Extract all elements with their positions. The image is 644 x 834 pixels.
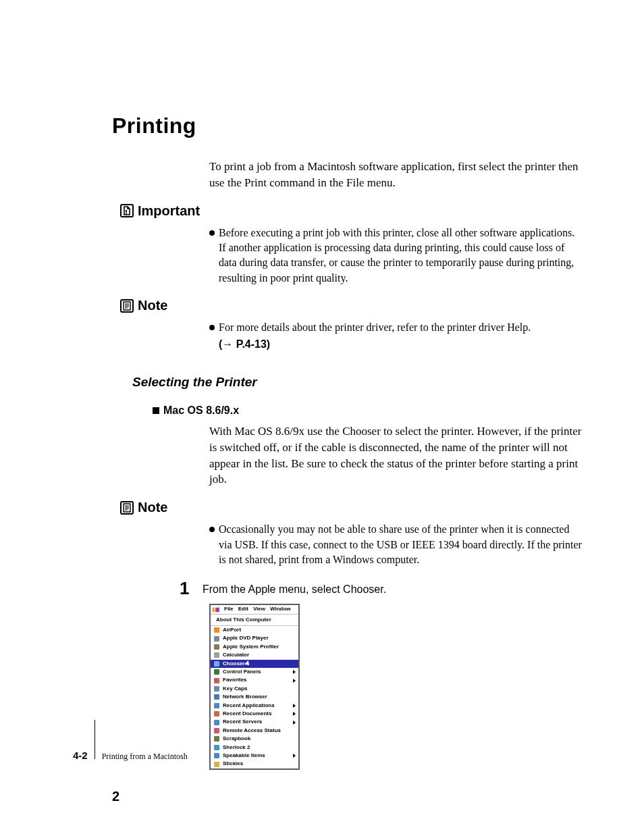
menu-item-label: Stickies: [223, 760, 296, 767]
menu-item-app-icon: [213, 677, 220, 684]
menu-item-chooser[interactable]: Chooser: [211, 660, 298, 668]
step-number: 1: [180, 579, 203, 597]
os-heading-text: Mac OS 8.6/9.x: [163, 405, 239, 416]
important-body: Before executing a print job with this p…: [209, 226, 583, 286]
svg-rect-24: [214, 762, 219, 767]
menu-item-recent-documents[interactable]: Recent Documents: [211, 710, 298, 718]
os-body-paragraph: With Mac OS 8.6/9x use the Chooser to se…: [209, 423, 583, 488]
menu-item-label: Recent Applications: [223, 702, 290, 709]
menu-item-app-icon: [213, 735, 220, 742]
menu-item-apple-dvd-player[interactable]: Apple DVD Player: [211, 634, 298, 642]
page-footer: 4-2 Printing from a Macintosh: [73, 720, 188, 762]
svg-rect-16: [214, 694, 219, 700]
menu-item-label: Control Panels: [223, 669, 290, 675]
svg-rect-8: [214, 627, 219, 633]
note2-label-text: Note: [138, 500, 167, 515]
menu-item-app-icon: [213, 702, 220, 709]
menu-item-label: Calculator: [223, 652, 296, 658]
menu-item-calculator[interactable]: Calculator: [211, 651, 298, 659]
menu-item-app-icon: [213, 652, 220, 658]
menu-items-list: AirPortApple DVD PlayerApple System Prof…: [211, 626, 298, 768]
menu-window[interactable]: Window: [270, 606, 291, 613]
menu-item-label: Network Browser: [223, 694, 296, 700]
menubar: File Edit View Window: [211, 605, 298, 614]
note1-bullet-text: For more details about the printer drive…: [219, 320, 583, 335]
svg-rect-3: [214, 608, 215, 613]
important-callout: Important Before executing a print job w…: [112, 203, 583, 286]
note2-body: Occasionally you may not be able to shar…: [209, 522, 583, 567]
footer-page-number: 4-2: [73, 750, 88, 761]
step-text: From the Apple menu, select Chooser.: [203, 583, 386, 596]
svg-rect-20: [214, 728, 219, 733]
menu-item-app-icon: [213, 694, 220, 700]
menu-item-app-icon: [213, 752, 220, 759]
menu-item-app-icon: [213, 685, 220, 692]
menu-view[interactable]: View: [253, 606, 265, 613]
menu-item-apple-system-profiler[interactable]: Apple System Profiler: [211, 643, 298, 651]
menu-item-label: Scrapbook: [223, 735, 296, 742]
important-icon: [120, 204, 134, 217]
footer-chapter-title: Printing from a Macintosh: [102, 750, 188, 762]
note1-label-text: Note: [138, 298, 167, 313]
svg-rect-6: [217, 608, 219, 613]
note1-ref: (→ P.4-13): [219, 337, 583, 352]
menu-item-stickies[interactable]: Stickies: [211, 760, 298, 768]
menu-item-label: Key Caps: [223, 685, 296, 692]
footer-divider: [95, 720, 95, 759]
bullet-icon: [209, 325, 215, 330]
menu-item-favorites[interactable]: Favorites: [211, 676, 298, 684]
menu-item-airport[interactable]: AirPort: [211, 626, 298, 634]
menu-item-recent-servers[interactable]: Recent Servers: [211, 718, 298, 726]
menu-item-sherlock-2[interactable]: Sherlock 2: [211, 744, 298, 752]
menu-item-speakable-items[interactable]: Speakable Items: [211, 752, 298, 760]
menu-item-about[interactable]: About This Computer: [213, 616, 296, 624]
svg-rect-2: [213, 608, 214, 613]
menu-item-label: Recent Servers: [223, 719, 290, 725]
menu-item-label: Recent Documents: [223, 710, 290, 717]
page-root: Printing To print a job from a Macintosh…: [0, 0, 644, 834]
step-1: 1 From the Apple menu, select Chooser.: [180, 579, 583, 597]
submenu-arrow-icon: [293, 679, 296, 683]
note1-body: For more details about the printer drive…: [209, 320, 583, 352]
submenu-arrow-icon: [293, 754, 296, 758]
submenu-arrow-icon: [293, 670, 296, 674]
menu-item-key-caps[interactable]: Key Caps: [211, 685, 298, 693]
menu-item-control-panels[interactable]: Control Panels: [211, 668, 298, 676]
note1-label-row: Note: [120, 298, 583, 313]
note2-label-row: Note: [120, 500, 583, 515]
menu-item-label: About This Computer: [216, 617, 293, 623]
bullet-icon: [209, 230, 215, 236]
menu-item-network-browser[interactable]: Network Browser: [211, 693, 298, 701]
important-label-row: Important: [120, 203, 583, 219]
menu-item-app-icon: [213, 744, 220, 751]
svg-rect-12: [214, 661, 219, 667]
apple-menu-icon[interactable]: [213, 606, 219, 612]
menu-item-remote-access-status[interactable]: Remote Access Status: [211, 727, 298, 735]
menu-item-app-icon: [213, 669, 220, 675]
menu-item-label: AirPort: [223, 627, 296, 633]
menu-item-label: Sherlock 2: [223, 744, 296, 751]
important-bullet-text: Before executing a print job with this p…: [219, 226, 583, 286]
important-label-text: Important: [138, 203, 200, 219]
svg-rect-21: [214, 736, 219, 741]
menu-item-scrapbook[interactable]: Scrapbook: [211, 735, 298, 743]
note-icon: [120, 501, 134, 515]
apple-menu-screenshot: File Edit View Window About This Compute…: [209, 604, 300, 769]
menu-header-section: About This Computer: [211, 615, 298, 626]
os-heading: Mac OS 8.6/9.x: [153, 405, 583, 417]
menu-item-label: Favorites: [223, 677, 290, 683]
menu-item-app-icon: [213, 710, 220, 717]
submenu-arrow-icon: [293, 712, 296, 716]
square-bullet-icon: [153, 407, 159, 414]
menu-item-recent-applications[interactable]: Recent Applications: [211, 702, 298, 710]
menu-file[interactable]: File: [224, 606, 234, 613]
menu-item-app-icon: [213, 660, 220, 667]
svg-rect-0: [126, 210, 127, 213]
menu-item-app-icon: [213, 627, 220, 633]
note-callout-2: Note Occasionally you may not be able to…: [112, 500, 583, 567]
sheet-number: 2: [112, 789, 119, 804]
menu-item-app-icon: [213, 761, 220, 768]
cursor-icon: [245, 660, 252, 667]
menu-edit[interactable]: Edit: [238, 606, 248, 613]
svg-rect-1: [126, 213, 127, 215]
